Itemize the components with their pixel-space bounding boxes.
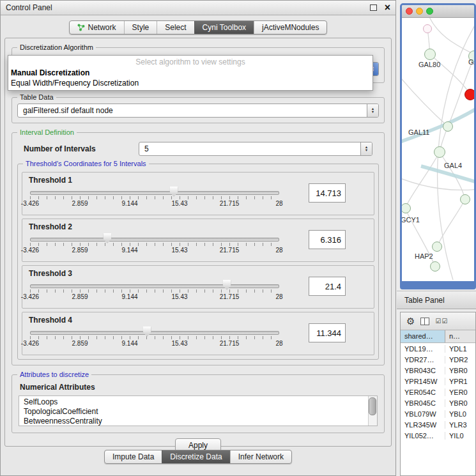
bottom-tabs-row: Impute DataDiscretize DataInfer Network — [1, 450, 395, 464]
table-row[interactable]: YBL079WYBL0 — [401, 408, 475, 419]
number-of-intervals-combobox[interactable]: 5 ▲ ▼ — [139, 142, 372, 156]
table-row[interactable]: YER054CYER0 — [401, 387, 475, 397]
table-data-combobox[interactable]: galFiltered.sif default node ▲ ▼ — [17, 104, 379, 118]
slider-track — [30, 331, 279, 335]
number-of-intervals-label: Number of Intervals — [24, 144, 139, 153]
network-node[interactable] — [424, 49, 436, 60]
tab-infer-network[interactable]: Infer Network — [230, 450, 291, 463]
table-row[interactable]: YIL052…YIL0 — [401, 430, 475, 441]
threshold-value-field[interactable]: 14.713 — [309, 183, 346, 203]
cell-name: YIL0 — [445, 432, 475, 440]
algorithm-option[interactable]: Manual Discretization — [8, 68, 372, 78]
numerical-attributes-label: Numerical Attributes — [20, 383, 376, 392]
tick-label: 21.715 — [220, 340, 240, 347]
tick-label: 15.43 — [171, 247, 187, 254]
network-node[interactable] — [430, 261, 440, 272]
slider-track — [30, 238, 279, 242]
table-row[interactable]: YBR043CYBR0 — [401, 365, 475, 376]
control-panel-titlebar: Control Panel × — [1, 1, 395, 15]
tick-label: 2.859 — [72, 340, 88, 347]
cell-name: YBR0 — [445, 367, 475, 374]
tick-label: 21.715 — [220, 293, 240, 300]
tick-label: 9.144 — [121, 340, 137, 347]
table-row[interactable]: YBR045CYBR0 — [401, 397, 475, 408]
network-node[interactable] — [434, 146, 445, 158]
tab-discretize-data[interactable]: Discretize Data — [162, 450, 229, 463]
threshold-value-field[interactable]: 21.4 — [309, 277, 346, 296]
network-node[interactable] — [460, 194, 470, 204]
tab-impute-data[interactable]: Impute Data — [105, 450, 162, 463]
combobox-stepper-icon[interactable]: ▲ ▼ — [367, 104, 378, 117]
table-row[interactable]: YLR345WYLR3 — [401, 419, 475, 430]
minimize-traffic-light-icon[interactable] — [416, 8, 423, 15]
threshold-value-field[interactable]: 11.344 — [309, 323, 346, 342]
network-node[interactable] — [443, 121, 453, 132]
algorithm-option[interactable]: Equal Width/Frequency Discretization — [8, 78, 372, 88]
top-tabs-row: NetworkStyleSelectCyni ToolboxjActiveMNo… — [1, 20, 395, 35]
threshold-value-field[interactable]: 6.316 — [309, 230, 346, 249]
attribute-list-item[interactable]: TopologicalCoefficient — [24, 407, 365, 417]
close-traffic-light-icon[interactable] — [406, 8, 413, 15]
table-toolbar: ⚙ ☑☑ — [401, 312, 475, 330]
slider-handle[interactable] — [143, 326, 151, 337]
slider-handle[interactable] — [223, 280, 231, 290]
threshold-slider[interactable]: -3.4262.8599.14415.4321.71528 — [30, 326, 279, 352]
attribute-list-item[interactable]: SelfLoops — [24, 397, 365, 407]
network-node-label: HAP2 — [415, 252, 433, 260]
threshold-slider[interactable]: -3.4262.8599.14415.4321.71528 — [30, 233, 279, 259]
slider-tick-marks — [30, 196, 279, 199]
float-window-icon[interactable] — [370, 4, 377, 11]
scrollbar-thumb[interactable] — [369, 397, 376, 415]
algorithm-dropdown-popup: Select algorithm to view settings Manual… — [8, 55, 373, 91]
slider-track — [30, 284, 279, 288]
threshold-panel: Threshold 3-3.4262.8599.14415.4321.71528… — [22, 265, 374, 309]
threshold-label: Threshold 4 — [29, 316, 72, 325]
network-canvas[interactable]: GAL80GAGAL11GAL4GCY1HAP2 — [402, 18, 474, 281]
number-of-intervals-row: Number of Intervals 5 ▲ ▼ — [24, 142, 372, 156]
thresholds-group: Threshold's Coordinates for 5 Intervals … — [17, 164, 379, 360]
attribute-list-item[interactable]: BetweennessCentrality — [24, 417, 365, 426]
tab-jactivemnodules[interactable]: jActiveMNodules — [254, 21, 326, 34]
table-header-row: shared… n… — [401, 330, 475, 343]
threshold-slider[interactable]: -3.4262.8599.14415.4321.71528 — [30, 187, 279, 212]
table-row[interactable]: YDL19…YDL1 — [401, 343, 475, 354]
network-node[interactable] — [423, 24, 432, 33]
tab-style[interactable]: Style — [124, 21, 157, 34]
cell-shared-name: YPR145W — [401, 378, 445, 385]
table-data-combobox-value: galFiltered.sif default node — [23, 106, 113, 115]
tick-label: 9.144 — [121, 200, 137, 207]
checkbox-icons[interactable]: ☑☑ — [435, 318, 448, 325]
network-node[interactable] — [464, 89, 474, 100]
column-header-name[interactable]: n… — [445, 330, 475, 342]
tick-label: -3.426 — [21, 247, 39, 254]
network-node[interactable] — [432, 242, 442, 252]
tab-select[interactable]: Select — [157, 21, 194, 34]
cell-shared-name: YBL079W — [401, 410, 445, 418]
slider-tick-marks — [30, 243, 279, 246]
numerical-attributes-list[interactable]: SelfLoopsTopologicalCoefficientBetweenne… — [19, 395, 378, 426]
tick-label: 28 — [275, 340, 282, 347]
threshold-slider[interactable]: -3.4262.8599.14415.4321.71528 — [30, 280, 279, 305]
table-row[interactable]: YDR27…YDR2 — [401, 354, 475, 365]
table-row[interactable]: YPR145WYPR1 — [401, 376, 475, 387]
threshold-label: Threshold 2 — [29, 222, 72, 231]
stepper-down-icon: ▼ — [365, 149, 368, 153]
close-icon[interactable]: × — [385, 3, 390, 12]
tick-label: -3.426 — [21, 200, 39, 207]
zoom-traffic-light-icon[interactable] — [426, 8, 433, 15]
slider-handle[interactable] — [103, 233, 111, 243]
threshold-label: Threshold 1 — [29, 176, 72, 185]
tab-cyni-toolbox[interactable]: Cyni Toolbox — [194, 21, 254, 34]
threshold-panel: Threshold 4-3.4262.8599.14415.4321.71528… — [22, 312, 374, 355]
columns-icon[interactable] — [420, 318, 429, 325]
gear-icon[interactable]: ⚙ — [406, 316, 415, 326]
attributes-group-title: Attributes to discretize — [17, 371, 91, 379]
tick-label: 21.715 — [220, 247, 240, 254]
list-scrollbar[interactable] — [368, 396, 377, 426]
combobox-stepper-icon[interactable]: ▲ ▼ — [360, 142, 372, 155]
tab-network[interactable]: Network — [70, 21, 124, 34]
tab-label: Infer Network — [238, 452, 284, 461]
column-header-shared-name[interactable]: shared… — [401, 330, 445, 342]
table-panel-title: Table Panel — [404, 296, 445, 305]
slider-handle[interactable] — [170, 187, 178, 197]
